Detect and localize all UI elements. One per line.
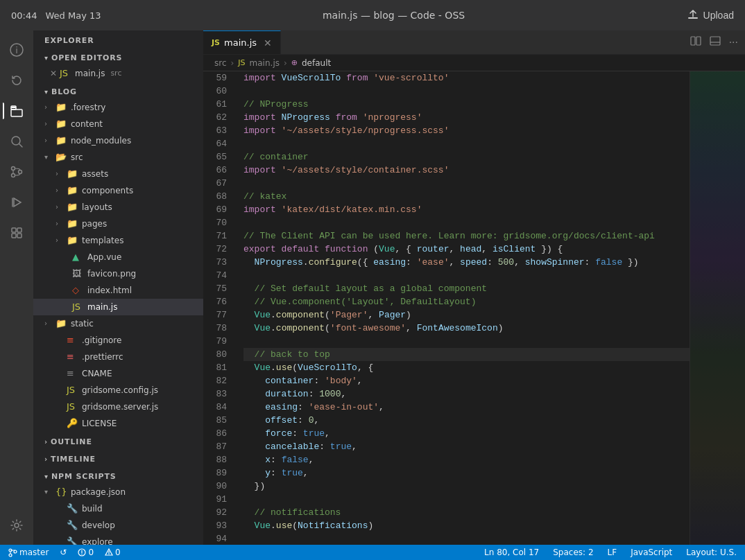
language-item[interactable]: JavaScript — [628, 548, 675, 557]
upload-icon — [687, 9, 699, 21]
outline-chevron: › — [44, 438, 48, 446]
open-editor-close[interactable]: ✕ — [50, 66, 60, 81]
tree-pages[interactable]: › 📁 pages — [33, 216, 203, 232]
tree-cname[interactable]: ≡ CNAME — [33, 365, 203, 382]
more-actions-button[interactable]: ··· — [728, 35, 739, 50]
npm-scripts-header[interactable]: ▾ NPM SCRIPTS — [33, 466, 203, 484]
line-number: 72 — [203, 243, 232, 256]
tree-gitignore[interactable]: ≡ .gitignore — [33, 332, 203, 349]
open-editors-label: OPEN EDITORS — [51, 53, 123, 62]
token: configure — [309, 256, 357, 269]
tree-build-script[interactable]: 🔧 build — [33, 500, 203, 517]
token: . — [271, 519, 276, 532]
token: Vue — [243, 519, 271, 532]
encoding-item[interactable]: LF — [605, 548, 620, 557]
folder-icon-pages: 📁 — [67, 216, 79, 231]
token: . — [271, 361, 276, 374]
activity-extensions[interactable] — [3, 219, 31, 247]
line-number: 86 — [203, 427, 232, 440]
errors-item[interactable]: 0 — [75, 548, 96, 557]
code-editor[interactable]: 5960616263646566676869707172737475767778… — [203, 71, 745, 545]
open-editor-main-js[interactable]: ✕ JS main.js src — [33, 65, 203, 82]
sync-icon: ↺ — [60, 548, 67, 557]
tree-assets[interactable]: › 📁 assets — [33, 166, 203, 182]
token: , — [449, 256, 461, 269]
tree-app-vue[interactable]: ▲ App.vue — [33, 249, 203, 265]
line-number: 91 — [203, 493, 232, 506]
img-icon: 🖼 — [72, 266, 85, 281]
activity-settings[interactable] — [3, 511, 31, 539]
activity-source-control[interactable] — [3, 158, 31, 186]
token: // NProgress — [243, 98, 309, 111]
tree-prettierrc[interactable]: ≡ .prettierrc — [33, 349, 203, 365]
activity-info[interactable]: i — [3, 36, 31, 64]
tab-close-button[interactable]: ✕ — [264, 37, 272, 49]
token: container — [243, 374, 314, 387]
tree-main-js[interactable]: JS main.js — [33, 299, 203, 315]
split-editor-button[interactable] — [689, 34, 703, 51]
token: // The Client API can be used here. Lear… — [243, 229, 655, 243]
tree-src[interactable]: ▾ 📂 src — [33, 149, 203, 166]
line-number: 59 — [203, 71, 232, 85]
tree-index-html[interactable]: ◇ index.html — [33, 282, 203, 299]
activity-run[interactable] — [3, 189, 31, 216]
code-line: Vue.component('font-awesome', FontAwesom… — [243, 322, 690, 335]
line-number: 89 — [203, 466, 232, 480]
tab-js-badge: JS — [212, 38, 220, 47]
sync-item[interactable]: ↺ — [57, 548, 69, 557]
tree-layouts[interactable]: › 📁 layouts — [33, 199, 203, 216]
layout-item[interactable]: Layout: U.S. — [683, 548, 739, 557]
git-branch-item[interactable]: master — [6, 548, 51, 557]
tree-forestry[interactable]: › 📁 .forestry — [33, 99, 203, 116]
tree-content[interactable]: › 📁 content — [33, 116, 203, 132]
token: VueScrollTo — [282, 71, 341, 85]
breadcrumb-src[interactable]: src — [214, 58, 227, 68]
breadcrumb-file[interactable]: main.js — [250, 58, 280, 68]
toggle-panel-button[interactable] — [708, 34, 722, 51]
outline-header[interactable]: › OUTLINE — [33, 432, 203, 449]
code-content[interactable]: import VueScrollTo from 'vue-scrollto' /… — [238, 71, 690, 545]
sidebar-title: EXPLORER — [33, 30, 203, 48]
folder-icon-content: 📁 — [55, 116, 68, 132]
tree-license[interactable]: 🔑 LICENSE — [33, 415, 203, 432]
svg-point-7 — [12, 167, 15, 170]
tree-node-modules[interactable]: › 📁 node_modules — [33, 132, 203, 149]
open-editors-header[interactable]: ▾ OPEN EDITORS — [33, 48, 203, 65]
tree-components[interactable]: › 📁 components — [33, 182, 203, 199]
encoding-label: LF — [608, 548, 617, 557]
tree-gridsome-server[interactable]: JS gridsome.server.js — [33, 399, 203, 415]
svg-point-28 — [108, 554, 109, 554]
tree-templates[interactable]: › 📁 templates — [33, 232, 203, 249]
timeline-header[interactable]: › TIMELINE — [33, 449, 203, 466]
token: ( — [368, 243, 379, 256]
token: , — [368, 308, 379, 322]
spaces-item[interactable]: Spaces: 2 — [550, 548, 596, 557]
warnings-item[interactable]: 0 — [102, 548, 123, 557]
tree-develop-script[interactable]: 🔧 develop — [33, 517, 203, 534]
open-editor-filename: main.js — [75, 66, 105, 81]
token: duration — [243, 387, 309, 401]
token: . — [303, 256, 309, 269]
branch-icon — [8, 548, 17, 557]
line-number: 94 — [203, 532, 232, 545]
tree-static[interactable]: › 📁 static — [33, 315, 203, 332]
activity-explorer[interactable] — [3, 97, 31, 125]
split-icon — [690, 35, 701, 46]
tree-favicon[interactable]: 🖼 favicon.png — [33, 265, 203, 282]
token: : — [406, 256, 417, 269]
source-control-icon — [10, 165, 24, 179]
code-line: duration: 1000, — [243, 387, 690, 401]
tree-gridsome-config[interactable]: JS gridsome.config.js — [33, 382, 203, 399]
line-number: 80 — [203, 348, 232, 361]
tree-explore-script[interactable]: 🔧 explore — [33, 534, 203, 545]
tab-main-js[interactable]: JS main.js ✕ — [203, 30, 281, 54]
activity-search[interactable] — [3, 128, 31, 155]
activity-refresh[interactable] — [3, 67, 31, 94]
upload-button[interactable]: Upload — [687, 9, 734, 21]
position-item[interactable]: Ln 80, Col 17 — [481, 548, 542, 557]
tree-package-json[interactable]: ▾ {} package.json — [33, 484, 203, 500]
code-line: container: 'body', — [243, 374, 690, 387]
breadcrumb-func[interactable]: default — [302, 58, 331, 68]
license-label: LICENSE — [82, 416, 117, 431]
blog-header[interactable]: ▾ BLOG — [33, 82, 203, 99]
